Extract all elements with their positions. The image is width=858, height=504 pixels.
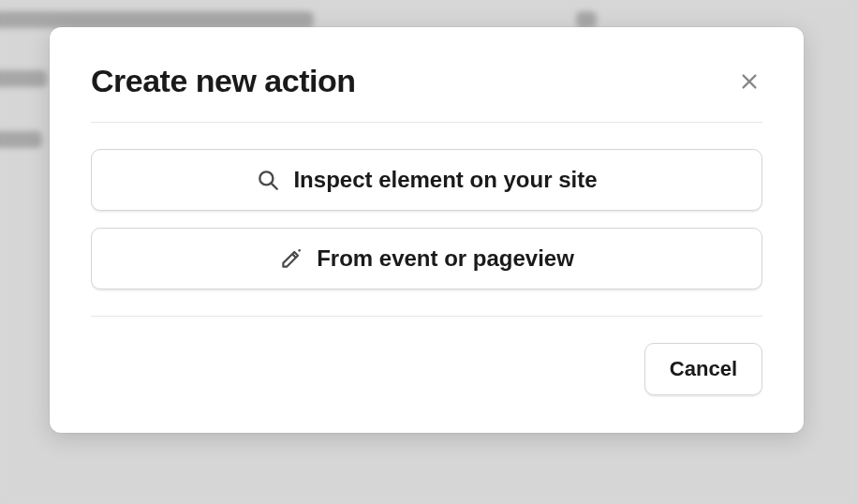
cancel-button[interactable]: Cancel — [644, 343, 762, 395]
svg-line-1 — [272, 184, 277, 189]
close-button[interactable] — [736, 68, 762, 95]
create-action-modal: Create new action Inspect element on you… — [50, 27, 804, 433]
from-event-button[interactable]: From event or pageview — [91, 228, 762, 289]
inspect-element-button[interactable]: Inspect element on your site — [91, 149, 762, 211]
modal-body: Inspect element on your site From event … — [50, 123, 804, 316]
close-icon — [739, 71, 760, 92]
svg-point-2 — [298, 249, 301, 252]
from-event-label: From event or pageview — [317, 245, 574, 272]
inspect-element-label: Inspect element on your site — [293, 167, 597, 193]
modal-footer: Cancel — [50, 317, 804, 433]
modal-header: Create new action — [50, 27, 804, 122]
pencil-icon — [279, 246, 303, 271]
search-icon — [256, 168, 280, 192]
modal-title: Create new action — [91, 63, 355, 99]
